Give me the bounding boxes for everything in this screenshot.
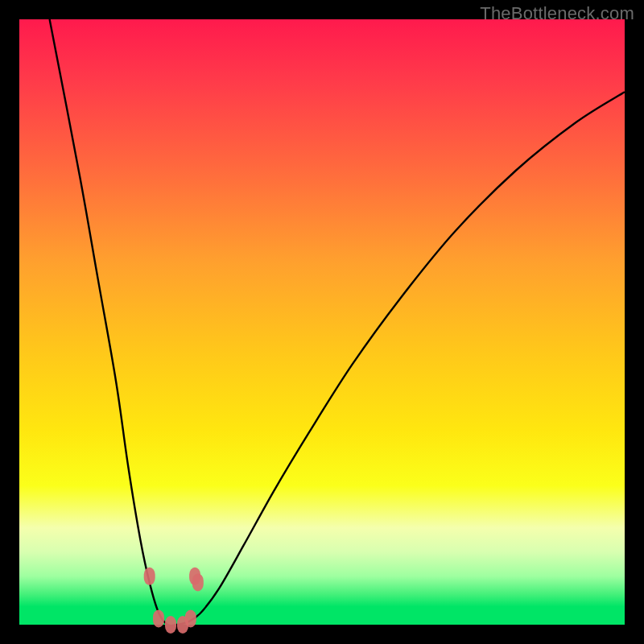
plot-area — [19, 19, 625, 625]
curve-markers — [144, 568, 204, 634]
bottleneck-curve — [19, 19, 625, 625]
watermark-text: TheBottleneck.com — [480, 3, 634, 24]
curve-marker — [192, 573, 204, 591]
curve-path — [50, 19, 625, 625]
curve-marker — [153, 610, 164, 628]
curve-marker — [165, 616, 176, 634]
curve-marker — [144, 568, 155, 585]
curve-marker — [185, 610, 196, 628]
